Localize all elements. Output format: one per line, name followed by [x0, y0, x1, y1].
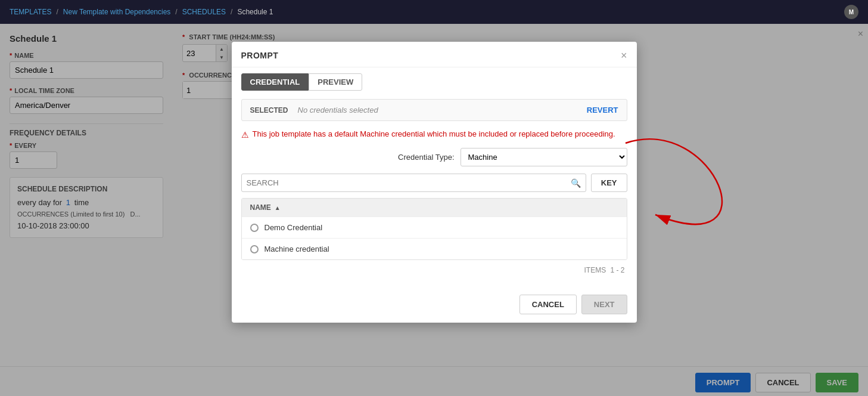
radio-machine-cred[interactable]	[250, 245, 259, 253]
cred-type-row: Credential Type: Machine Source Control …	[241, 148, 627, 166]
sort-icon[interactable]: ▲	[275, 205, 281, 211]
modal-tabs: CREDENTIAL PREVIEW	[232, 67, 637, 91]
cred-type-select[interactable]: Machine Source Control Vault Network Clo…	[461, 148, 627, 166]
sep2: /	[175, 8, 177, 16]
warning-icon: ⚠	[241, 130, 249, 140]
items-count: ITEMS 1 - 2	[241, 266, 627, 274]
breadcrumb-template-name[interactable]: New Template with Dependencies	[63, 8, 171, 16]
modal-title: PROMPT	[241, 51, 279, 60]
items-range: 1 - 2	[610, 266, 624, 274]
cred-table-header: NAME ▲	[242, 199, 627, 216]
name-col-label: NAME	[250, 203, 271, 212]
modal-header: PROMPT ×	[232, 42, 637, 67]
selected-label: SELECTED	[250, 106, 288, 115]
sep1: /	[56, 8, 58, 16]
cred-type-label: Credential Type:	[398, 153, 454, 162]
motorola-logo: M	[844, 5, 858, 19]
modal-overlay: PROMPT × CREDENTIAL PREVIEW SELECTED No …	[0, 24, 868, 396]
cred-name-machine: Machine credential	[265, 245, 329, 253]
cred-name-demo: Demo Credential	[265, 223, 323, 232]
breadcrumb-current: Schedule 1	[237, 8, 273, 16]
search-wrap: 🔍	[241, 174, 586, 192]
breadcrumb-templates[interactable]: TEMPLATES	[10, 8, 51, 16]
breadcrumb-schedules[interactable]: SCHEDULES	[182, 8, 226, 16]
search-row: 🔍 KEY	[241, 174, 627, 192]
modal-body: SELECTED No credentials selected REVERT …	[232, 91, 637, 289]
sep3: /	[231, 8, 232, 16]
modal-footer: CANCEL NEXT	[232, 289, 637, 323]
table-row[interactable]: Machine credential	[242, 238, 627, 259]
table-row[interactable]: Demo Credential	[242, 216, 627, 238]
key-button[interactable]: KEY	[591, 174, 627, 192]
selected-value: No credentials selected	[298, 106, 378, 115]
tab-credential[interactable]: CREDENTIAL	[241, 73, 309, 91]
modal-dialog: PROMPT × CREDENTIAL PREVIEW SELECTED No …	[232, 42, 637, 323]
modal-next-button[interactable]: NEXT	[581, 295, 627, 314]
search-input[interactable]	[247, 174, 571, 191]
tab-preview[interactable]: PREVIEW	[309, 73, 362, 91]
breadcrumb-bar: TEMPLATES / New Template with Dependenci…	[0, 0, 868, 24]
warning-message: ⚠ This job template has a default Machin…	[241, 129, 627, 140]
revert-link[interactable]: REVERT	[587, 106, 618, 115]
warning-text: This job template has a default Machine …	[253, 129, 615, 138]
selected-bar: SELECTED No credentials selected REVERT	[241, 99, 627, 121]
modal-cancel-button[interactable]: CANCEL	[519, 295, 577, 314]
main-content: Schedule 1 *NAME *LOCAL TIME ZONE FREQUE…	[0, 24, 868, 396]
modal-close-icon[interactable]: ×	[621, 50, 627, 61]
radio-demo-cred[interactable]	[250, 224, 259, 232]
items-label: ITEMS	[584, 266, 606, 274]
search-icon-btn[interactable]: 🔍	[571, 178, 581, 188]
cred-table: NAME ▲ Demo Credential Machine credentia…	[241, 198, 627, 260]
